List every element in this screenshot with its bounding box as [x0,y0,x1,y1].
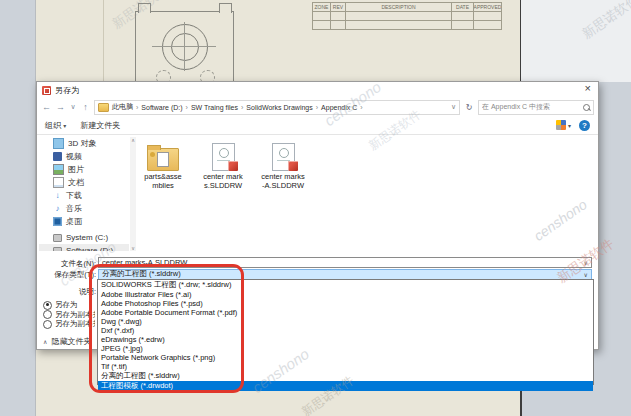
dialog-title: 另存为 [55,85,79,96]
filename-label: 文件名(N): [37,259,96,269]
dropdown-item[interactable]: Tif (*.tif) [98,362,593,371]
file-name: parts&assemblies [142,173,184,190]
sidebar-item-3d-objects[interactable]: 3D 对象 [39,137,129,150]
dropdown-item[interactable]: Adobe Photoshop Files (*.psd) [98,299,593,308]
scroll-up-icon[interactable]: ∧ [130,137,136,143]
scroll-down-icon[interactable]: ∨ [130,245,136,251]
close-icon[interactable]: × [585,83,591,94]
breadcrumb-item-this-pc[interactable]: 此电脑 [112,102,133,112]
centerline-vertical [184,22,185,71]
sidebar-item-system-c[interactable]: System (C:) [39,231,129,244]
radio-icon[interactable] [43,320,52,329]
breadcrumb-item-appendix-c[interactable]: Appendix C [321,104,357,111]
history-dropdown-icon[interactable]: ∨ [69,103,77,111]
help-button[interactable]: ? [579,120,590,131]
folder-icon [147,148,179,171]
radio-icon[interactable] [43,301,52,310]
rev-col-date: DATE [452,3,474,12]
sidebar-scrollbar[interactable]: ∧ ∨ [130,137,136,251]
breadcrumb-item-solidworks-drawings[interactable]: SolidWorks Drawings [246,104,312,111]
breadcrumb[interactable]: 此电脑 › Software (D:) › SW Traing files › … [94,100,460,115]
drive-icon [53,234,62,242]
toolbar-separator [37,134,598,135]
breadcrumb-item-drive[interactable]: Software (D:) [141,104,182,111]
file-item-folder[interactable]: parts&assemblies [139,139,187,190]
crumb-separator-icon: › [316,104,318,111]
option-save-copy-open[interactable]: 另存为副本并打开 [43,319,95,329]
search-placeholder: 在 Appendix C 中搜索 [482,102,581,112]
pictures-icon [53,164,64,175]
sheet-border-line [103,0,104,82]
dropdown-item[interactable]: Adobe Portable Document Format (*.pdf) [98,308,593,317]
dropdown-item[interactable]: JPEG (*.jpg) [98,344,593,353]
rev-col-approved: APPROVED [474,3,501,12]
organize-button[interactable]: 组织 ▾ [45,120,66,131]
crumb-separator-icon: › [136,104,138,111]
dropdown-item-selected[interactable]: 工程图模板 (*.drwdot) [98,381,593,391]
sidebar-item-downloads[interactable]: ↓ 下载 [39,189,129,202]
search-input[interactable]: 在 Appendix C 中搜索 [478,100,594,115]
solidworks-badge-icon [288,161,298,171]
crumb-separator-icon: › [241,104,243,111]
sidebar-item-software-d[interactable]: Software (D:) [39,244,129,251]
videos-icon [53,152,62,161]
dialog-toolbar: 组织 ▾ 新建文件夹 ▾ ? [45,118,590,132]
address-dropdown-icon[interactable]: ∨ [451,103,456,111]
crumb-separator-icon: › [186,104,188,111]
crumb-separator-icon: › [360,104,362,111]
app-background-right [521,0,631,82]
navigation-sidebar: 3D 对象 视频 图片 文档 ↓ 下载 ♪ 音乐 桌面 System (C:) [39,137,129,251]
breadcrumb-item-sw-traing-files[interactable]: SW Traing files [191,104,238,111]
dropdown-item[interactable]: eDrawings (*.edrw) [98,335,593,344]
option-save-copy-continue[interactable]: 另存为副本并继续 [43,310,95,320]
rev-col-zone: ZONE [313,3,331,12]
file-name: center marks-A.SLDDRW [261,173,305,190]
up-icon[interactable]: ↑ [80,102,91,112]
chevron-down-icon[interactable]: ∨ [584,259,588,266]
savetype-label: 保存类型(T): [37,270,96,280]
sidebar-item-music[interactable]: ♪ 音乐 [39,202,129,215]
hide-folders-button[interactable]: ∧ 隐藏文件夹 [43,336,91,347]
rev-col-rev: REV [331,3,346,12]
forward-icon[interactable]: → [55,102,66,112]
dropdown-item[interactable]: SOLIDWORKS 工程图 (*.drw; *.slddrw) [98,280,593,290]
option-save-as[interactable]: 另存为 [43,300,95,310]
dropdown-item[interactable]: Dwg (*.dwg) [98,317,593,326]
search-icon [583,104,590,111]
drawing-file-icon [272,143,295,171]
part-view-tab-left [138,3,151,13]
part-view-tab-right [219,3,232,13]
dropdown-item[interactable]: 分离的工程图 (*.slddrw) [98,371,593,381]
documents-icon [53,177,64,188]
new-folder-button[interactable]: 新建文件夹 [80,120,120,131]
chevron-down-icon: ▾ [568,122,571,129]
3d-objects-icon [53,138,64,149]
revision-table: ZONE REV DESCRIPTION DATE APPROVED [312,2,502,30]
dialog-titlebar[interactable]: 另存为 [37,82,598,98]
rev-col-description: DESCRIPTION [346,3,452,12]
view-mode-button[interactable]: ▾ [556,120,571,130]
drive-icon [53,247,62,252]
description-label: 说明: [37,287,96,297]
savetype-value: 分离的工程图 (*.slddrw) [102,269,181,279]
refresh-icon[interactable]: ↻ [463,103,475,112]
file-list: parts&assemblies center marks.SLDDRW c [139,139,307,190]
sidebar-item-pictures[interactable]: 图片 [39,163,129,176]
file-item-drawing[interactable]: center marks.SLDDRW [199,139,247,190]
file-item-drawing[interactable]: center marks-A.SLDDRW [259,139,307,190]
radio-icon[interactable] [43,310,52,319]
chevron-down-icon: ▾ [63,123,66,129]
dropdown-item[interactable]: Adobe Illustrator Files (*.ai) [98,290,593,299]
sidebar-item-documents[interactable]: 文档 [39,176,129,189]
dropdown-item[interactable]: Portable Network Graphics (*.png) [98,353,593,362]
collapse-icon: ∧ [43,338,47,345]
sidebar-item-videos[interactable]: 视频 [39,150,129,163]
sidebar-item-desktop[interactable]: 桌面 [39,215,129,228]
filename-input[interactable]: center marks-A.SLDDRW ∨ [98,257,592,268]
chevron-down-icon[interactable]: ∨ [584,271,588,278]
dropdown-item[interactable]: Dxf (*.dxf) [98,326,593,335]
back-icon[interactable]: ← [41,102,52,112]
view-grid-icon [556,120,566,130]
music-icon: ♪ [53,204,62,213]
filename-value: center marks-A.SLDDRW [102,258,187,267]
